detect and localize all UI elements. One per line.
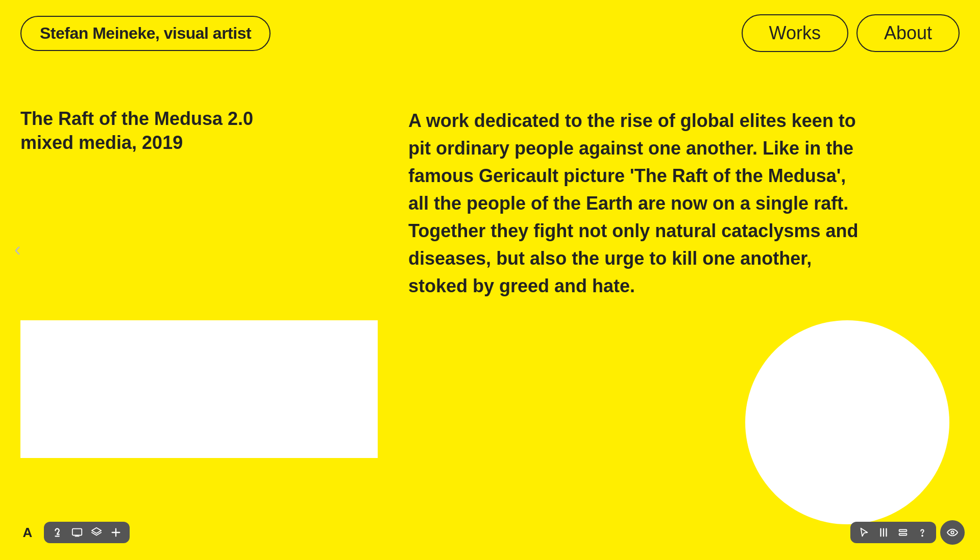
artwork-medium: mixed media, 2019 <box>20 131 378 155</box>
about-nav-button[interactable]: About <box>856 14 960 52</box>
artwork-title: The Raft of the Medusa 2.0 <box>20 107 378 131</box>
toolbar-right <box>850 520 965 545</box>
svg-point-13 <box>951 531 954 534</box>
toolbar-icon-plus[interactable] <box>110 527 121 538</box>
svg-point-12 <box>922 536 923 537</box>
svg-rect-1 <box>72 529 82 536</box>
toolbar-icon-2[interactable] <box>52 527 63 538</box>
toolbar-icon-help[interactable] <box>917 527 928 538</box>
logo-button[interactable]: Stefan Meineke, visual artist <box>20 16 271 51</box>
toolbar-letter-a: A <box>15 520 40 545</box>
works-nav-button[interactable]: Works <box>742 14 848 52</box>
artwork-description: A work dedicated to the rise of global e… <box>408 107 868 300</box>
toolbar-group-left <box>44 522 130 543</box>
toolbar-icon-eye-button[interactable] <box>940 520 965 545</box>
toolbar-icon-screen[interactable] <box>71 527 83 538</box>
toolbar-icon-layers[interactable] <box>91 527 102 538</box>
left-column: The Raft of the Medusa 2.0 mixed media, … <box>20 107 378 300</box>
right-column: A work dedicated to the rise of global e… <box>398 107 960 300</box>
artwork-image-circle <box>745 320 949 524</box>
prev-arrow-button[interactable]: ‹ <box>14 240 21 259</box>
main-content: The Raft of the Medusa 2.0 mixed media, … <box>0 66 980 524</box>
toolbar-icon-vertical-bars[interactable] <box>878 527 889 538</box>
svg-marker-4 <box>92 528 101 533</box>
images-row <box>0 320 980 524</box>
svg-rect-11 <box>899 533 907 536</box>
svg-rect-10 <box>899 530 907 532</box>
header: Stefan Meineke, visual artist Works Abou… <box>0 0 980 66</box>
toolbar-icon-cursor[interactable] <box>859 527 870 538</box>
artwork-image-left <box>20 320 378 458</box>
nav-buttons: Works About <box>742 14 960 52</box>
toolbar-group-right <box>850 522 936 543</box>
toolbar-icon-align[interactable] <box>897 527 909 538</box>
artwork-image-right-container <box>398 320 960 524</box>
toolbar-left: A <box>15 520 130 545</box>
